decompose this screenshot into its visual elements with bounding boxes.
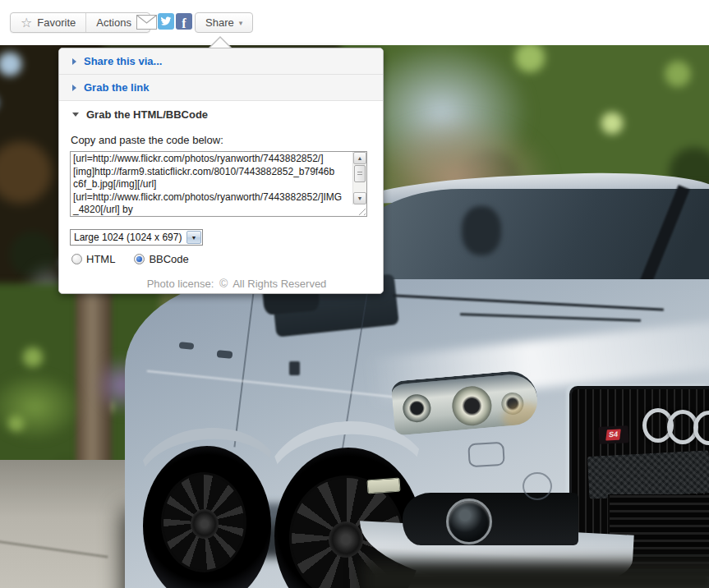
radio-option-html[interactable]: HTML bbox=[71, 253, 115, 265]
triangle-down-icon bbox=[72, 113, 79, 117]
facebook-share-button[interactable]: f bbox=[176, 13, 192, 30]
code-text: [url=http://www.flickr.com/photos/ryanwo… bbox=[71, 152, 351, 215]
scrollbar[interactable]: ▲ ▼ bbox=[352, 152, 366, 204]
code-textarea[interactable]: [url=http://www.flickr.com/photos/ryanwo… bbox=[70, 151, 367, 217]
photo-license: Photo license: © All Rights Reserved bbox=[59, 277, 383, 290]
triangle-right-icon bbox=[72, 58, 76, 65]
section-label: Grab the HTML/BBCode bbox=[86, 108, 208, 121]
section-label: Share this via... bbox=[84, 55, 162, 67]
radio-unselected-icon[interactable] bbox=[71, 254, 82, 264]
s4-badge: S4 bbox=[598, 425, 628, 444]
car-door-handle bbox=[179, 342, 195, 350]
photo-grass bbox=[0, 372, 82, 442]
favorite-button[interactable]: ☆ Favorite bbox=[11, 13, 85, 32]
section-grab-html-bbcode[interactable]: Grab the HTML/BBCode bbox=[59, 101, 383, 127]
favorite-label: Favorite bbox=[37, 16, 76, 29]
radio-bbcode-label: BBCode bbox=[149, 253, 188, 265]
car-fog-light bbox=[446, 498, 492, 544]
car-rearview-mirror bbox=[462, 206, 501, 255]
email-share-button[interactable] bbox=[136, 15, 157, 33]
headlight-projector bbox=[450, 384, 493, 427]
share-button[interactable]: Share ▾ bbox=[195, 12, 253, 33]
twitter-share-button[interactable] bbox=[158, 13, 174, 30]
size-select[interactable]: Large 1024 (1024 x 697) ▼ bbox=[70, 229, 203, 246]
share-label: Share bbox=[205, 16, 234, 29]
car-side-marker bbox=[366, 478, 400, 494]
toolbar: ☆ Favorite Actions ▾ f Share ▾ bbox=[0, 0, 709, 45]
favorite-actions-group: ☆ Favorite Actions ▾ bbox=[10, 12, 150, 33]
page: ☆ Favorite Actions ▾ f Share ▾ bbox=[0, 0, 709, 588]
radio-selected-icon[interactable] bbox=[134, 254, 145, 264]
copyright-icon: © bbox=[219, 277, 228, 290]
headlight-projector bbox=[402, 393, 432, 424]
envelope-icon bbox=[136, 15, 157, 30]
radio-html-label: HTML bbox=[86, 253, 115, 265]
scrollbar-thumb[interactable] bbox=[354, 165, 366, 182]
scroll-down-button[interactable]: ▼ bbox=[353, 192, 366, 204]
dropdown-notch bbox=[210, 38, 230, 48]
car-carbon-panel bbox=[587, 450, 709, 499]
car-bumper-shadow bbox=[361, 561, 709, 588]
facebook-f-icon: f bbox=[182, 17, 186, 30]
size-select-value: Large 1024 (1024 x 697) bbox=[74, 232, 182, 243]
license-label: Photo license: bbox=[147, 278, 214, 290]
copy-code-label: Copy and paste the code below: bbox=[71, 134, 383, 146]
resize-grip[interactable] bbox=[356, 205, 366, 215]
scroll-up-button[interactable]: ▲ bbox=[353, 152, 366, 164]
section-label: Grab the link bbox=[84, 81, 149, 94]
car-door-handle bbox=[217, 350, 233, 359]
star-icon: ☆ bbox=[21, 16, 32, 30]
share-dropdown-panel: Share this via... Grab the link Grab the… bbox=[58, 48, 384, 294]
select-arrow-icon[interactable]: ▼ bbox=[186, 231, 201, 244]
license-value: All Rights Reserved bbox=[232, 278, 326, 290]
format-options: HTML BBCode bbox=[71, 253, 383, 265]
caret-down-icon: ▾ bbox=[239, 19, 243, 27]
car-bumper-circle bbox=[523, 472, 552, 500]
section-share-this-via[interactable]: Share this via... bbox=[59, 48, 383, 75]
actions-label: Actions bbox=[96, 16, 131, 29]
section-grab-the-link[interactable]: Grab the link bbox=[59, 75, 383, 101]
car-bumper-detail bbox=[467, 442, 504, 467]
radio-option-bbcode[interactable]: BBCode bbox=[134, 253, 188, 265]
triangle-right-icon bbox=[72, 85, 76, 91]
twitter-bird-icon bbox=[160, 16, 172, 26]
car-fender-vent bbox=[289, 361, 300, 375]
